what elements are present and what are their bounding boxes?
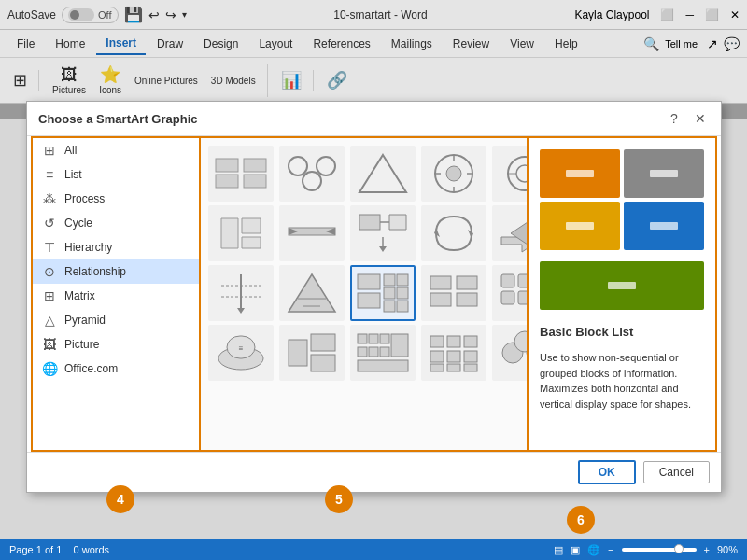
svg-rect-55 xyxy=(430,293,451,306)
hierarchy-icon: ⊤ xyxy=(42,240,57,255)
preview-block-inner-2 xyxy=(650,170,678,177)
zoom-slider[interactable] xyxy=(622,548,697,552)
svg-marker-29 xyxy=(389,215,406,230)
graphic-item-20[interactable] xyxy=(279,325,345,381)
graphic-item-13[interactable] xyxy=(208,265,274,321)
ok-button[interactable]: OK xyxy=(578,460,636,484)
category-all-label: All xyxy=(64,144,77,157)
dialog-close-btn[interactable]: ✕ xyxy=(691,109,710,128)
dialog-help-btn[interactable]: ? xyxy=(665,109,684,128)
graphic-svg-5 xyxy=(498,151,529,196)
svg-rect-86 xyxy=(464,351,477,362)
graphic-item-4[interactable] xyxy=(421,146,486,202)
svg-rect-87 xyxy=(430,364,444,371)
word-count: 0 words xyxy=(74,544,110,555)
graphics-row-1 xyxy=(208,146,519,202)
read-view-icon[interactable]: ▣ xyxy=(571,544,580,556)
graphic-item-14[interactable] xyxy=(279,265,345,321)
category-relationship[interactable]: ⊙ Relationship xyxy=(33,259,199,284)
graphic-item-11[interactable] xyxy=(492,205,529,261)
category-relationship-label: Relationship xyxy=(64,265,126,278)
graphic-svg-22 xyxy=(427,330,481,375)
category-all[interactable]: ⊞ All xyxy=(33,138,199,162)
graphic-item-10[interactable] xyxy=(421,205,486,261)
layout-view-icon[interactable]: ▤ xyxy=(554,544,563,556)
preview-block-2 xyxy=(624,149,704,198)
status-left: Page 1 of 1 0 words xyxy=(9,544,109,555)
matrix-icon: ⊞ xyxy=(42,288,57,303)
graphic-item-19[interactable]: ≡ xyxy=(208,325,274,381)
preview-block-inner-3 xyxy=(566,222,594,230)
category-picture-label: Picture xyxy=(64,338,99,351)
category-office[interactable]: 🌐 Office.com xyxy=(33,357,199,381)
graphics-row-2 xyxy=(208,205,519,261)
preview-description: Use to show non-sequential or grouped bl… xyxy=(540,350,704,412)
graphic-item-8[interactable] xyxy=(279,205,345,261)
svg-rect-61 xyxy=(501,291,514,304)
svg-marker-40 xyxy=(237,308,245,314)
preview-color-grid xyxy=(540,149,704,250)
svg-rect-3 xyxy=(244,175,266,188)
category-cycle[interactable]: ↺ Cycle xyxy=(33,211,199,235)
graphic-svg-20 xyxy=(285,330,339,375)
zoom-percent: 90% xyxy=(717,544,738,555)
preview-title: Basic Block List xyxy=(540,325,704,339)
svg-marker-23 xyxy=(242,218,261,233)
graphic-item-9[interactable] xyxy=(350,205,416,261)
svg-rect-57 xyxy=(457,293,477,306)
svg-rect-83 xyxy=(464,336,477,347)
category-office-label: Office.com xyxy=(64,362,118,375)
graphic-svg-7 xyxy=(214,211,268,256)
graphic-svg-13 xyxy=(214,271,268,315)
graphic-item-22[interactable] xyxy=(421,325,486,381)
cancel-button[interactable]: Cancel xyxy=(643,461,710,483)
graphic-item-1[interactable] xyxy=(208,146,274,202)
category-picture[interactable]: 🖼 Picture xyxy=(33,332,199,357)
category-hierarchy[interactable]: ⊤ Hierarchy xyxy=(33,235,199,259)
svg-rect-53 xyxy=(397,301,408,312)
graphic-svg-4 xyxy=(427,151,481,196)
zoom-minus-icon[interactable]: − xyxy=(608,544,613,555)
category-pyramid[interactable]: △ Pyramid xyxy=(33,308,199,332)
graphic-item-16[interactable] xyxy=(421,265,486,321)
graphic-item-21[interactable] xyxy=(350,325,416,381)
svg-rect-0 xyxy=(216,159,238,172)
badge-6: 6 xyxy=(567,506,595,534)
preview-block-5 xyxy=(540,261,704,310)
process-icon: ⁂ xyxy=(42,191,57,206)
picture-icon: 🖼 xyxy=(42,337,57,352)
graphic-svg-9 xyxy=(356,211,410,256)
preview-block-1 xyxy=(540,149,620,198)
graphic-svg-14 xyxy=(285,271,339,315)
graphic-item-23[interactable] xyxy=(492,325,529,381)
zoom-plus-icon[interactable]: + xyxy=(704,544,710,555)
svg-rect-74 xyxy=(369,334,378,343)
category-list-label: List xyxy=(64,168,82,181)
badge-5: 5 xyxy=(325,485,353,513)
graphic-svg-2 xyxy=(285,151,339,196)
svg-rect-49 xyxy=(397,274,408,286)
svg-rect-77 xyxy=(369,347,378,357)
graphic-item-7[interactable] xyxy=(208,205,274,261)
graphic-item-15[interactable] xyxy=(350,265,416,321)
svg-rect-88 xyxy=(447,364,460,371)
svg-rect-76 xyxy=(358,347,367,357)
web-view-icon[interactable]: 🌐 xyxy=(587,544,600,556)
svg-rect-82 xyxy=(447,336,460,347)
svg-point-6 xyxy=(317,157,335,175)
svg-point-16 xyxy=(516,165,529,182)
graphic-svg-10 xyxy=(427,211,481,256)
relationship-icon: ⊙ xyxy=(42,264,57,279)
svg-rect-54 xyxy=(430,276,451,289)
svg-point-4 xyxy=(289,157,307,175)
category-list[interactable]: ≡ List xyxy=(33,162,199,187)
category-process[interactable]: ⁂ Process xyxy=(33,187,199,211)
graphic-svg-1 xyxy=(214,151,268,196)
list-icon: ≡ xyxy=(42,167,57,182)
svg-point-10 xyxy=(446,166,461,181)
category-matrix[interactable]: ⊞ Matrix xyxy=(33,284,199,308)
graphic-item-2[interactable] xyxy=(279,146,345,202)
graphic-item-17[interactable] xyxy=(492,265,529,321)
graphic-item-3[interactable] xyxy=(350,146,416,202)
graphic-item-5[interactable] xyxy=(492,146,529,202)
